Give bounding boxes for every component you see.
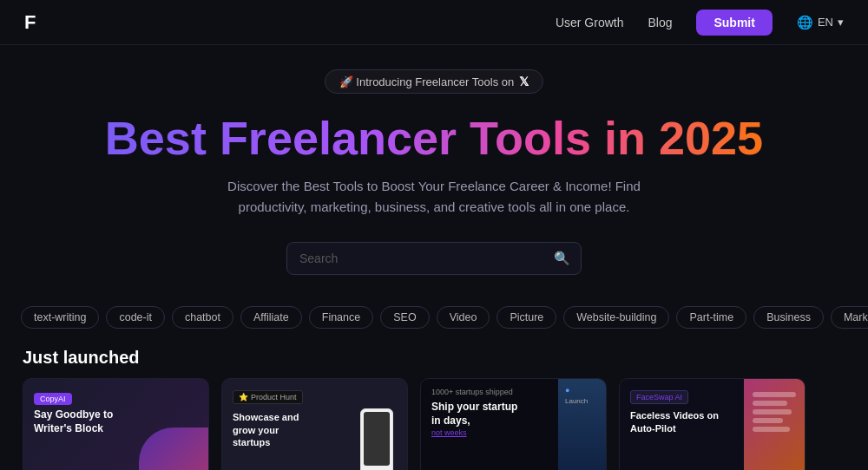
section-title: Just launched — [0, 348, 868, 378]
tag-part-time[interactable]: Part-time — [676, 306, 746, 329]
tag-finance[interactable]: Finance — [309, 306, 373, 329]
card-2-badge: ⭐Product Hunt — [233, 390, 303, 404]
card-2-phone-illustration — [360, 408, 393, 470]
tag-video[interactable]: Video — [437, 306, 490, 329]
tag-website-building[interactable]: Website-building — [563, 306, 669, 329]
card-4-decoration — [748, 388, 800, 466]
search-bar: 🔍 — [286, 242, 582, 275]
tag-business[interactable]: Business — [753, 306, 824, 329]
card-1[interactable]: CopyAI Say Goodbye toWriter's Block — [23, 378, 209, 470]
announcement-pill[interactable]: 🚀 Introducing Freelancer Tools on 𝕏 — [325, 69, 543, 94]
card-4[interactable]: FaceSwap AI Faceless Videos onAuto-Pilot — [619, 378, 806, 470]
card-3-accent: ● Launch — [558, 379, 606, 470]
x-logo: 𝕏 — [519, 75, 529, 88]
card-4-badge: FaceSwap AI — [630, 390, 688, 404]
language-selector[interactable]: 🌐 EN ▾ — [797, 15, 844, 30]
tag-seo[interactable]: SEO — [380, 306, 429, 329]
logo: F — [24, 11, 35, 34]
nav-user-growth[interactable]: User Growth — [556, 16, 624, 29]
nav-blog[interactable]: Blog — [648, 16, 672, 29]
globe-icon: 🌐 — [797, 15, 813, 30]
card-1-badge: CopyAI — [34, 393, 72, 405]
tag-marketing[interactable]: Marketing — [831, 306, 868, 329]
announcement-text: 🚀 Introducing Freelancer Tools on — [339, 75, 514, 88]
navbar: F User Growth Blog Submit 🌐 EN ▾ — [0, 0, 868, 45]
search-icon: 🔍 — [554, 251, 570, 265]
submit-button[interactable]: Submit — [696, 10, 772, 36]
hero-subtitle: Discover the Best Tools to Boost Your Fr… — [208, 176, 660, 218]
search-input[interactable] — [287, 244, 543, 273]
tag-code-it[interactable]: code-it — [106, 306, 165, 329]
chevron-down-icon: ▾ — [838, 16, 844, 29]
cards-row: CopyAI Say Goodbye toWriter's Block ⭐Pro… — [0, 378, 868, 470]
card-2[interactable]: ⭐Product Hunt Showcase andgrow yourstart… — [221, 378, 408, 470]
hero-section: 🚀 Introducing Freelancer Tools on 𝕏 Best… — [0, 45, 868, 306]
tag-affiliate[interactable]: Affiliate — [240, 306, 302, 329]
search-button[interactable]: 🔍 — [543, 243, 581, 274]
tag-text-writing[interactable]: text-writing — [21, 306, 99, 329]
lang-label: EN — [818, 16, 833, 29]
hero-title: Best Freelancer Tools in 2025 — [105, 113, 763, 164]
card-3[interactable]: 1000+ startups shipped Ship your startup… — [420, 378, 607, 470]
tag-picture[interactable]: Picture — [496, 306, 556, 329]
nav-right: User Growth Blog Submit 🌐 EN ▾ — [556, 10, 844, 36]
tags-row: text-writing code-it chatbot Affiliate F… — [0, 306, 868, 329]
tag-chatbot[interactable]: chatbot — [172, 306, 233, 329]
